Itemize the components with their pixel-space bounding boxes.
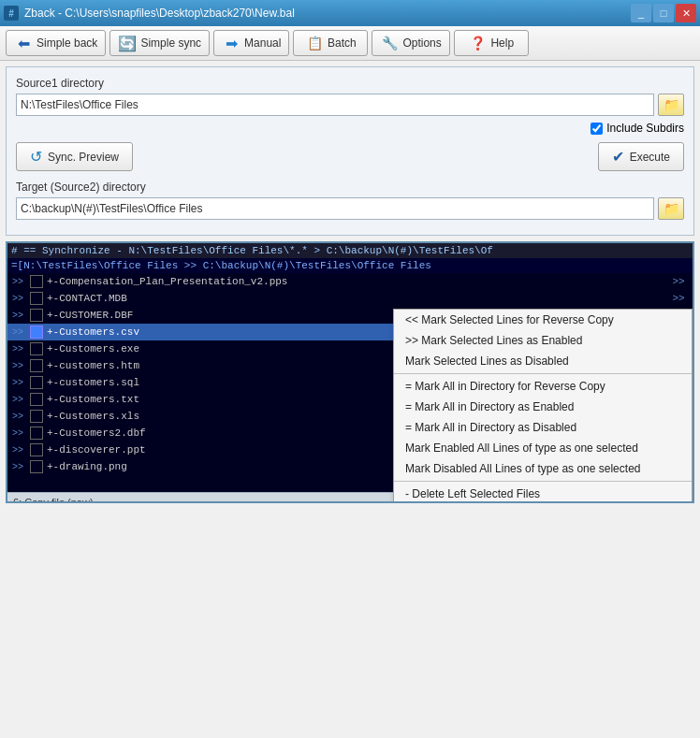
menu-item-mark-disabled-type[interactable]: Mark Disabled All Lines of type as one s… [394,458,692,479]
batch-label: Batch [328,36,357,50]
simple-back-label: Simple back [36,36,97,50]
manual-label: Manual [244,36,281,50]
row-checkbox[interactable] [30,292,43,305]
row-arrow: >> [7,344,28,355]
row-arrow: >> [7,378,28,388]
execute-label: Execute [630,151,670,164]
include-subdirs-label: Include Subdirs [606,122,684,135]
batch-icon: 📋 [305,35,324,51]
manual-icon: ➡ [222,35,241,51]
row-filename: +-CONTACT.MDB [45,293,664,304]
title-bar: # Zback - C:\Users\snapfiles\Desktop\zba… [0,0,700,26]
file-row[interactable]: >>+-CONTACT.MDB>> [7,290,693,307]
help-icon: ❓ [468,35,487,51]
simple-sync-label: Simple sync [140,36,201,50]
row-filename: +-Compensation_Plan_Presentation_v2.pps [45,276,664,287]
menu-item-mark-all-reverse[interactable]: = Mark All in Directory for Reverse Copy [394,376,692,397]
dir-row: =[N:\TestFiles\Office Files >> C:\backup… [7,258,693,273]
row-checkbox[interactable] [30,275,43,288]
include-subdirs-checkbox[interactable] [591,123,603,135]
row-checkbox[interactable] [30,376,43,389]
menu-separator [394,373,692,374]
sync-preview-icon: ↺ [30,148,42,166]
source-input[interactable] [16,94,654,116]
action-buttons-row: ↺ Sync. Preview ✔ Execute [16,142,684,171]
options-button[interactable]: 🔧 Options [372,30,449,56]
toolbar: ⬅ Simple back 🔄 Simple sync ➡ Manual 📋 B… [0,26,700,61]
context-menu: << Mark Selected Lines for Reverse Copy>… [393,309,693,503]
target-input-row: 📁 [16,197,684,220]
row-arrow: >> [7,428,28,439]
manual-button[interactable]: ➡ Manual [213,30,289,56]
row-checkbox[interactable] [30,443,43,456]
main-form: Source1 directory 📁 Include Subdirs ↺ Sy… [6,66,694,236]
row-checkbox[interactable] [30,427,43,440]
menu-item-delete-left[interactable]: - Delete Left Selected Files [394,484,692,503]
row-arrow: >> [7,412,28,422]
options-icon: 🔧 [380,35,399,51]
sync-icon: 🔄 [118,35,137,51]
source-label: Source1 directory [16,77,684,90]
source-folder-button[interactable]: 📁 [658,94,684,116]
maximize-button[interactable]: □ [653,4,674,22]
window-title: Zback - C:\Users\snapfiles\Desktop\zback… [24,7,295,20]
file-panel: # == Synchronize - N:\TestFiles\Office F… [6,241,694,503]
row-arrow2: >> [664,276,693,287]
row-arrow: >> [7,462,28,472]
simple-sync-button[interactable]: 🔄 Simple sync [109,30,210,56]
menu-separator [394,481,692,482]
minimize-button[interactable]: _ [631,4,651,22]
title-controls: _ □ ✕ [631,4,696,22]
menu-item-mark-all-enabled[interactable]: = Mark All in Directory as Enabled [394,397,692,417]
menu-item-mark-reverse[interactable]: << Mark Selected Lines for Reverse Copy [394,310,692,330]
app-icon: # [4,6,19,21]
row-arrow2: >> [664,293,693,304]
sync-preview-button[interactable]: ↺ Sync. Preview [16,142,133,171]
source-input-row: 📁 [16,94,684,116]
title-bar-left: # Zback - C:\Users\snapfiles\Desktop\zba… [4,6,295,21]
sync-preview-label: Sync. Preview [48,151,119,164]
execute-button[interactable]: ✔ Execute [598,142,684,171]
row-checkbox[interactable] [30,342,43,355]
menu-item-mark-enabled[interactable]: >> Mark Selected Lines as Enabled [394,330,692,351]
target-input[interactable] [16,197,654,220]
row-arrow: >> [7,277,28,287]
row-checkbox[interactable] [30,309,43,322]
target-folder-button[interactable]: 📁 [658,197,684,220]
row-arrow: >> [7,311,28,321]
dir-row-text: =[N:\TestFiles\Office Files >> C:\backup… [11,260,431,271]
row-arrow: >> [7,327,28,338]
menu-item-mark-all-disabled[interactable]: = Mark All in Directory as Disabled [394,417,692,438]
simple-back-button[interactable]: ⬅ Simple back [6,30,106,56]
row-arrow: >> [7,395,28,405]
file-row[interactable]: >>+-Compensation_Plan_Presentation_v2.pp… [7,273,693,290]
target-label: Target (Source2) directory [16,181,684,194]
row-arrow: >> [7,294,28,304]
row-arrow: >> [7,361,28,371]
row-checkbox[interactable] [30,359,43,372]
help-label: Help [490,36,514,50]
execute-icon: ✔ [612,148,624,166]
menu-item-mark-enabled-type[interactable]: Mark Enabled All Lines of type as one se… [394,438,692,458]
include-subdirs-row: Include Subdirs [16,122,684,135]
help-button[interactable]: ❓ Help [454,30,529,56]
batch-button[interactable]: 📋 Batch [293,30,368,56]
row-checkbox[interactable] [30,393,43,406]
status-text: 6: Copy file (new) [13,497,94,504]
options-label: Options [402,36,441,50]
close-button[interactable]: ✕ [676,4,696,22]
menu-item-mark-disabled[interactable]: Mark Selected Lines as Disabled [394,351,692,371]
row-checkbox[interactable] [30,460,43,473]
row-arrow: >> [7,445,28,456]
back-icon: ⬅ [14,35,33,51]
file-panel-header: # == Synchronize - N:\TestFiles\Office F… [7,243,693,258]
row-checkbox[interactable] [30,410,43,423]
row-checkbox[interactable] [30,326,43,339]
